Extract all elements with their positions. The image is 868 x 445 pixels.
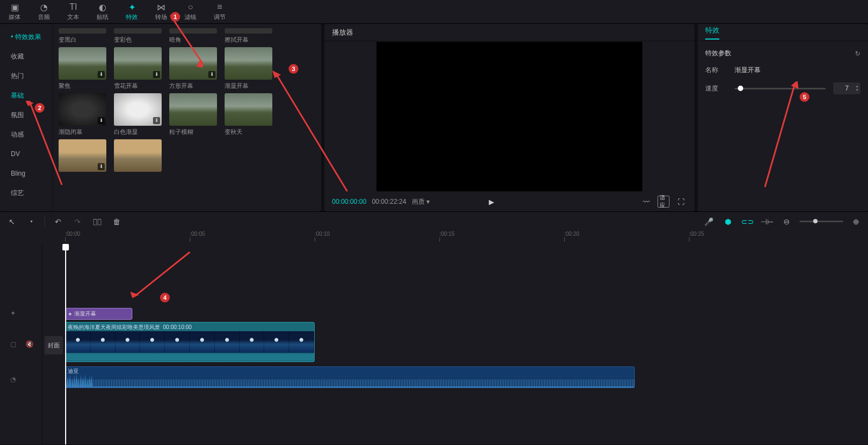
timecode-duration: 00:00:22:24 xyxy=(372,198,406,205)
cover-button[interactable]: 封面 xyxy=(44,336,63,354)
effects-icon: ✦ xyxy=(129,2,136,12)
effect-item[interactable] xyxy=(114,139,162,172)
sidebar-hot[interactable]: 热门 xyxy=(0,66,53,86)
delete-button[interactable]: 🗑 xyxy=(110,215,123,228)
timeline[interactable]: ✦ ▢ 🔇 ◔ 封面 ✦ 渐显开幕 夜晚的海洋夏天夜间炫彩唯美意境风景 00:0… xyxy=(0,244,868,444)
name-label: 名称 xyxy=(705,66,727,75)
svg-rect-0 xyxy=(66,379,635,388)
effect-item[interactable]: ⬇白色渐显 xyxy=(114,93,162,136)
transition-icon: ⋈ xyxy=(157,2,165,12)
link-icon[interactable]: ⊂⊃ xyxy=(741,215,754,228)
effect-item[interactable]: ⬇ xyxy=(59,139,106,172)
audio-icon: ◔ xyxy=(40,2,48,12)
video-clip[interactable]: 夜晚的海洋夏天夜间炫彩唯美意境风景 00:00:10:00 xyxy=(65,322,315,362)
effect-item[interactable]: 粒子模糊 xyxy=(169,93,217,136)
zoom-slider[interactable] xyxy=(800,221,843,222)
download-icon[interactable]: ⬇ xyxy=(208,71,215,78)
effect-clip-icon: ✦ xyxy=(68,311,72,317)
fullscreen-icon[interactable]: ⛶ xyxy=(675,196,687,208)
tab-audio[interactable]: ◔音频 xyxy=(29,0,59,23)
quality-label[interactable]: 画质 ▾ xyxy=(412,197,430,207)
split-button[interactable]: ⌷⌷ xyxy=(91,215,104,228)
sticker-icon: ◐ xyxy=(99,2,106,12)
download-icon[interactable]: ⬇ xyxy=(98,71,105,78)
player-controls: 00:00:00:00 00:00:22:24 画质 ▾ ▶ 〰 适应 ⛶ xyxy=(324,192,694,211)
sidebar-atmosphere[interactable]: 氛围 xyxy=(0,105,53,125)
annotation-badge-5: 5 xyxy=(800,92,809,102)
annotation-badge-4: 4 xyxy=(160,293,170,302)
effects-panel: • 特效效果 收藏 热门 基础 氛围 动感 DV Bling 综艺 变黑白 变彩… xyxy=(0,24,321,211)
player-title: 播放器 xyxy=(324,24,694,41)
tab-effects[interactable]: ✦特效 xyxy=(117,0,146,23)
media-icon: ▣ xyxy=(11,2,19,12)
sidebar-effects[interactable]: • 特效效果 xyxy=(0,27,53,47)
effect-clip[interactable]: ✦ 渐显开幕 xyxy=(65,308,132,320)
tab-adjust[interactable]: ≡调节 xyxy=(205,0,234,23)
text-icon: TI xyxy=(69,2,77,12)
sidebar-favorites[interactable]: 收藏 xyxy=(0,47,53,66)
name-value: 渐显开幕 xyxy=(735,66,761,75)
cursor-tool[interactable]: ↖ xyxy=(5,215,18,228)
top-toolbar: ▣媒体 ◔音频 TI文本 ◐贴纸 ✦特效 ⋈转场 ○滤镜 ≡调节 xyxy=(0,0,868,24)
filter-icon: ○ xyxy=(188,2,193,12)
speed-input[interactable]: 7 ▲▼ xyxy=(833,82,860,94)
tab-filter[interactable]: ○滤镜 xyxy=(176,0,205,23)
mute-icon[interactable]: 🔇 xyxy=(24,339,35,350)
effect-item-fade-in[interactable]: 渐显开幕 xyxy=(225,47,272,90)
timeline-toolbar: ↖ ▾ ↶ ↷ ⌷⌷ 🗑 🎤 ⬢ ⊂⊃ ⊣⊢ ⊖ ⊕ xyxy=(0,211,868,231)
effect-item[interactable]: ⬇渐隐闭幕 xyxy=(59,93,106,136)
effect-item[interactable]: ⬇聚焦 xyxy=(59,47,106,90)
tab-sticker[interactable]: ◐贴纸 xyxy=(88,0,117,23)
annotation-badge-2: 2 xyxy=(35,103,44,113)
speed-label: 速度 xyxy=(705,84,727,93)
mic-icon[interactable]: 🎤 xyxy=(702,215,715,228)
tab-media[interactable]: ▣媒体 xyxy=(0,0,29,23)
effect-item[interactable]: 擦拭开幕 xyxy=(225,28,272,44)
playhead[interactable] xyxy=(65,244,66,444)
effects-sidebar: • 特效效果 收藏 热门 基础 氛围 动感 DV Bling 综艺 xyxy=(0,24,53,211)
sidebar-bling[interactable]: Bling xyxy=(0,164,53,183)
effect-item[interactable]: ⬇方形开幕 xyxy=(169,47,217,90)
props-tab-effects[interactable]: 特效 xyxy=(705,25,719,40)
effect-item[interactable]: ⬇雪花开幕 xyxy=(114,47,162,90)
waveform-icon[interactable]: 〰 xyxy=(640,196,652,208)
align-icon[interactable]: ⊣⊢ xyxy=(761,215,774,228)
effect-item[interactable]: 暗角 xyxy=(169,28,217,44)
timeline-ruler[interactable]: :00:00 :00:05 :00:10 :00:15 :00:20 :00:2… xyxy=(0,231,868,244)
player-screen[interactable] xyxy=(376,42,642,191)
lock-icon[interactable]: ▢ xyxy=(8,339,18,350)
reset-icon[interactable]: ↻ xyxy=(855,50,860,57)
tab-text[interactable]: TI文本 xyxy=(59,0,88,23)
sidebar-dv[interactable]: DV xyxy=(0,144,53,164)
chevron-down-icon[interactable]: ▾ xyxy=(25,215,38,228)
download-icon[interactable]: ⬇ xyxy=(153,71,160,78)
sidebar-dynamic[interactable]: 动感 xyxy=(0,125,53,144)
effect-item[interactable]: 变彩色 xyxy=(114,28,162,44)
magnet-icon[interactable]: ⬢ xyxy=(722,215,735,228)
spin-down[interactable]: ▼ xyxy=(855,88,859,92)
sidebar-basic[interactable]: 基础 xyxy=(0,86,53,105)
props-header: 特效参数 xyxy=(705,49,731,58)
audio-clip[interactable]: 迪亚 xyxy=(65,366,635,388)
undo-button[interactable]: ↶ xyxy=(52,215,65,228)
ratio-button[interactable]: 适应 xyxy=(658,196,669,208)
effect-track-icon[interactable]: ✦ xyxy=(8,308,18,319)
play-button[interactable]: ▶ xyxy=(486,196,497,208)
audio-waveform xyxy=(66,371,635,388)
effect-grid: 变黑白 变彩色 暗角 擦拭开幕 ⬇聚焦 ⬇雪花开幕 ⬇方形开幕 渐显开幕 ⬇渐隐… xyxy=(53,24,321,211)
effect-item[interactable]: 变秋天 xyxy=(225,93,272,136)
redo-button[interactable]: ↷ xyxy=(71,215,84,228)
audio-track-icon[interactable]: ◔ xyxy=(8,374,18,385)
annotation-badge-3: 3 xyxy=(289,64,298,74)
download-icon[interactable]: ⬇ xyxy=(98,163,105,170)
zoom-in-icon[interactable]: ⊕ xyxy=(850,215,863,228)
track-gutter: ✦ ▢ 🔇 ◔ xyxy=(0,244,42,444)
spin-up[interactable]: ▲ xyxy=(855,85,859,88)
adjust-icon: ≡ xyxy=(217,2,222,12)
download-icon[interactable]: ⬇ xyxy=(98,117,105,124)
effect-item[interactable]: 变黑白 xyxy=(59,28,106,44)
zoom-out-icon[interactable]: ⊖ xyxy=(780,215,793,228)
sidebar-variety[interactable]: 综艺 xyxy=(0,183,53,203)
download-icon[interactable]: ⬇ xyxy=(153,117,160,124)
speed-slider[interactable] xyxy=(735,88,826,89)
